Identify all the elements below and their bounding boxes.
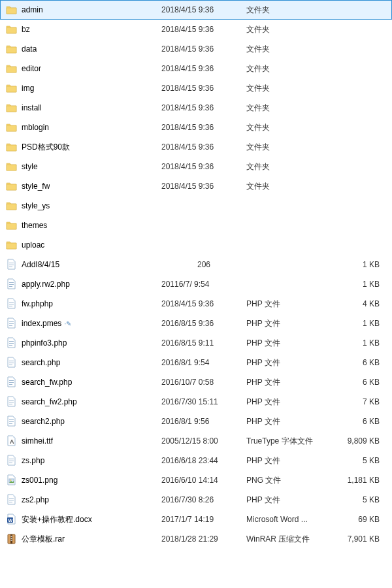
file-row[interactable]: zs001.png2016/6/10 14:14PNG 文件1,181 KB	[0, 470, 392, 490]
file-name-cell: simhei.ttf	[6, 435, 161, 447]
file-type-cell: PHP 文件	[246, 455, 331, 466]
file-row[interactable]: search2.php2016/8/1 9:56PHP 文件6 KB	[0, 412, 392, 431]
file-type-cell: 文件夹	[246, 63, 331, 74]
file-icon	[6, 396, 18, 408]
file-icon	[6, 376, 18, 388]
file-size-cell: 5 KB	[331, 495, 386, 504]
file-size-cell: 6 KB	[331, 378, 386, 387]
file-name-label: admin	[22, 5, 43, 14]
file-row[interactable]: search_fw2.php2016/7/30 15:11PHP 文件7 KB	[0, 392, 392, 412]
file-icon	[6, 494, 18, 506]
file-type-cell: 文件夹	[246, 122, 331, 133]
file-row[interactable]: fw.phphp2018/4/15 9:36PHP 文件4 KB	[0, 294, 392, 314]
file-date-cell: 2016/6/10 14:14	[161, 476, 246, 485]
file-type-cell: 文件夹	[246, 5, 331, 16]
file-row[interactable]: bz2018/4/15 9:36文件夹	[0, 20, 392, 39]
file-name-label: simhei.ttf	[22, 436, 53, 446]
file-row[interactable]: style_ys	[0, 196, 392, 216]
folder-icon	[6, 122, 18, 133]
file-type-cell: PHP 文件	[246, 357, 331, 368]
file-size-cell: 4 KB	[331, 299, 386, 308]
file-type-cell: PHP 文件	[246, 397, 331, 408]
file-row[interactable]: phpinfo3.php2016/8/15 9:11PHP 文件1 KB	[0, 333, 392, 353]
file-size-cell: 1 KB	[331, 319, 386, 328]
file-row[interactable]: admin2018/4/15 9:36文件夹	[0, 0, 392, 20]
file-size-cell: 1,181 KB	[331, 476, 386, 485]
file-date-cell: 2016/6/18 23:44	[161, 456, 246, 465]
file-row[interactable]: index.pmes·✎2016/8/15 9:36PHP 文件1 KB	[0, 314, 392, 333]
file-row[interactable]: install2018/4/15 9:36文件夹	[0, 98, 392, 118]
file-row[interactable]: search.php2016/8/1 9:54PHP 文件6 KB	[0, 353, 392, 372]
file-date-cell: 2016/10/7 0:58	[161, 378, 246, 387]
file-name-label: 公章模板.rar	[22, 534, 65, 545]
file-date-cell: 2018/4/15 9:36	[161, 64, 246, 73]
file-name-cell: search.php	[6, 357, 161, 368]
file-name-cell: bz	[6, 24, 161, 35]
file-icon	[6, 337, 18, 349]
file-size-cell: 7,901 KB	[331, 534, 386, 544]
file-name-cell: AddI8/4/15	[6, 259, 161, 270]
folder-icon	[6, 180, 18, 192]
file-name-cell: apply.rw2.php	[6, 278, 161, 290]
file-row[interactable]: 公章模板.rar2018/1/28 21:29WinRAR 压缩文件7,901 …	[0, 529, 392, 549]
file-row[interactable]: editor2018/4/15 9:36文件夹	[0, 59, 392, 78]
file-name-cell: search2.php	[6, 416, 161, 427]
file-row[interactable]: uploac	[0, 235, 392, 255]
rename-indicator-icon: ·✎	[64, 320, 71, 327]
file-row[interactable]: img2018/4/15 9:36文件夹	[0, 78, 392, 98]
file-name-label: AddI8/4/15	[22, 260, 59, 269]
file-date-cell: 2018/4/15 9:36	[161, 5, 246, 14]
file-name-label: style	[22, 162, 38, 171]
file-type-cell: PHP 文件	[246, 299, 331, 310]
file-name-label: apply.rw2.php	[22, 280, 70, 289]
file-row[interactable]: zs2.php2016/7/30 8:26PHP 文件5 KB	[0, 490, 392, 510]
file-type-cell: PHP 文件	[246, 318, 331, 329]
file-name-cell: editor	[6, 63, 161, 74]
folder-icon	[6, 82, 18, 94]
file-row[interactable]: AddI8/4/152061 KB	[0, 255, 392, 274]
file-date-cell: 2018/4/15 9:36	[161, 103, 246, 112]
file-size-cell: 5 KB	[331, 456, 386, 465]
folder-icon	[6, 102, 18, 114]
file-type-cell: 文件夹	[246, 161, 331, 172]
file-row[interactable]: style2018/4/15 9:36文件夹	[0, 157, 392, 176]
file-name-cell: uploac	[6, 239, 161, 251]
file-row[interactable]: 安装+操作教程.docx2017/1/7 14:19Microsoft Word…	[0, 510, 392, 529]
file-name-label: bz	[22, 25, 30, 34]
file-date-cell: 2016/8/15 9:11	[161, 338, 246, 348]
folder-icon	[6, 43, 18, 55]
file-row[interactable]: zs.php2016/6/18 23:44PHP 文件5 KB	[0, 451, 392, 470]
file-list: admin2018/4/15 9:36文件夹bz2018/4/15 9:36文件…	[0, 0, 392, 549]
file-row[interactable]: apply.rw2.php20116/7/ 9:541 KB	[0, 274, 392, 294]
file-name-cell: style	[6, 161, 161, 172]
file-size-cell: 1 KB	[331, 280, 386, 289]
file-row[interactable]: themes	[0, 216, 392, 235]
file-type-cell: PNG 文件	[246, 475, 331, 486]
file-name-cell: zs2.php	[6, 494, 161, 506]
file-date-cell: 2018/4/15 9:36	[161, 182, 246, 191]
file-row[interactable]: style_fw2018/4/15 9:36文件夹	[0, 176, 392, 196]
file-date-cell: 2016/7/30 8:26	[161, 495, 246, 504]
file-size-cell: 9,809 KB	[331, 436, 386, 446]
file-row[interactable]: mblogin2018/4/15 9:36文件夹	[0, 118, 392, 137]
file-row[interactable]: search_fw.php2016/10/7 0:58PHP 文件6 KB	[0, 372, 392, 392]
file-name-cell: themes	[6, 220, 161, 231]
file-type-cell: Microsoft Word ...	[246, 515, 331, 524]
file-name-label: index.pmes	[22, 319, 61, 328]
file-name-label: style_ys	[22, 201, 50, 210]
file-row[interactable]: simhei.ttf2005/12/15 8:00TrueType 字体文件9,…	[0, 431, 392, 451]
file-row[interactable]: data2018/4/15 9:36文件夹	[0, 39, 392, 59]
folder-icon	[6, 141, 18, 153]
folder-icon	[6, 220, 18, 231]
file-name-cell: 公章模板.rar	[6, 533, 161, 545]
file-type-cell: 文件夹	[246, 24, 331, 35]
file-name-cell: search_fw.php	[6, 376, 161, 388]
file-name-label: fw.phphp	[22, 299, 53, 308]
file-type-cell: WinRAR 压缩文件	[246, 534, 331, 545]
file-type-cell: PHP 文件	[246, 377, 331, 388]
file-row[interactable]: PSD格式90款2018/4/15 9:36文件夹	[0, 137, 392, 157]
file-icon	[6, 416, 18, 427]
file-type-cell: PHP 文件	[246, 416, 331, 427]
folder-icon	[6, 24, 18, 35]
file-date-cell: 2018/1/28 21:29	[161, 534, 246, 544]
